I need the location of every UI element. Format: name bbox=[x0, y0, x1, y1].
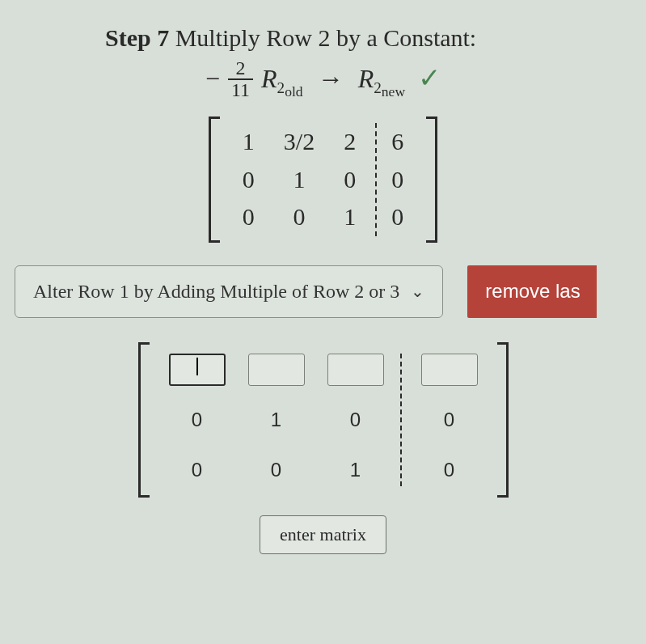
matrix-col-3: 2 0 1 bbox=[329, 123, 370, 236]
r-old: R2old bbox=[261, 64, 303, 93]
step-label: Step 7 bbox=[105, 24, 169, 51]
input-matrix: 0 0 1 0 0 1 0 0 bbox=[0, 342, 646, 498]
step-header: Step 7 Multiply Row 2 by a Constant: bbox=[0, 24, 646, 52]
input-col-1: 0 0 bbox=[158, 354, 237, 486]
row-operation-equation: − 2 11 R2old → R2new ✓ bbox=[0, 60, 646, 102]
input-col-aug: 0 0 bbox=[400, 354, 489, 486]
row-operation-dropdown[interactable]: Alter Row 1 by Adding Multiple of Row 2 … bbox=[15, 265, 443, 318]
left-bracket bbox=[209, 117, 220, 243]
fraction-numerator: 2 bbox=[228, 58, 253, 80]
input-col-2: 1 0 bbox=[237, 354, 316, 486]
matrix-col-2: 3/2 1 0 bbox=[269, 123, 329, 236]
matrix-input-r1c1[interactable] bbox=[169, 354, 226, 386]
matrix-cell-r2c3: 0 bbox=[327, 404, 384, 436]
remove-button-label: remove las bbox=[485, 280, 580, 303]
dropdown-label: Alter Row 1 by Adding Multiple of Row 2 … bbox=[33, 281, 399, 303]
matrix-col-aug: 6 0 0 bbox=[375, 123, 418, 236]
matrix-cell-r3c2: 0 bbox=[248, 454, 305, 486]
checkmark-icon: ✓ bbox=[418, 63, 441, 93]
matrix-cell-r2c2: 1 bbox=[248, 404, 305, 436]
matrix-cell-r2c4: 0 bbox=[421, 404, 478, 436]
matrix-input-r1c4[interactable] bbox=[421, 354, 478, 386]
result-matrix: 1 0 0 3/2 1 0 2 0 1 6 bbox=[0, 117, 646, 243]
minus-sign: − bbox=[205, 64, 220, 93]
fraction-denominator: 11 bbox=[228, 80, 253, 100]
fraction: 2 11 bbox=[228, 58, 253, 100]
matrix-cell-r3c1: 0 bbox=[169, 454, 226, 486]
chevron-down-icon: ⌄ bbox=[411, 283, 424, 299]
step-title: Multiply Row 2 by a Constant: bbox=[169, 24, 476, 51]
r-new: R2new bbox=[358, 64, 405, 93]
remove-last-button[interactable]: remove las bbox=[467, 265, 597, 318]
input-col-3: 0 1 bbox=[316, 354, 395, 486]
matrix-input-r1c3[interactable] bbox=[327, 354, 384, 386]
arrow-icon: → bbox=[318, 64, 344, 93]
right-bracket bbox=[497, 342, 509, 498]
matrix-col-1: 1 0 0 bbox=[228, 123, 269, 236]
matrix-input-r1c2[interactable] bbox=[248, 354, 305, 386]
left-bracket bbox=[138, 342, 150, 498]
matrix-cell-r3c4: 0 bbox=[421, 454, 478, 486]
enter-button-label: enter matrix bbox=[280, 524, 366, 544]
matrix-cell-r3c3: 1 bbox=[327, 454, 384, 486]
matrix-cell-r2c1: 0 bbox=[169, 404, 226, 436]
right-bracket bbox=[426, 117, 437, 243]
enter-matrix-button[interactable]: enter matrix bbox=[260, 515, 386, 554]
